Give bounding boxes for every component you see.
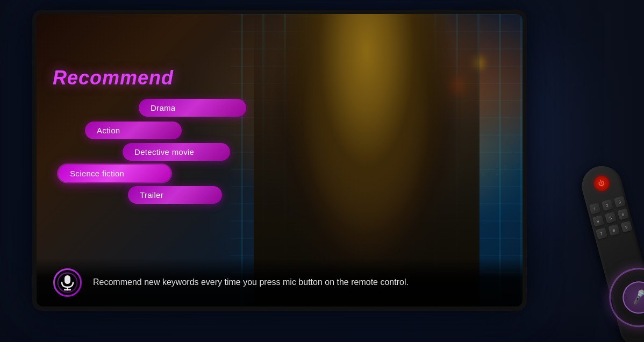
remote-power-button[interactable] bbox=[592, 174, 610, 193]
genre-chip-trailer[interactable]: Trailer bbox=[128, 186, 222, 204]
recommend-title: Recommend bbox=[53, 67, 354, 89]
tv-frame: Recommend Drama Action Detective movie bbox=[32, 10, 527, 311]
ui-overlay: Recommend Drama Action Detective movie bbox=[37, 14, 523, 307]
recommend-section: Recommend Drama Action Detective movie bbox=[53, 67, 354, 196]
bottom-description: Recommend new keywords every time you pr… bbox=[93, 276, 409, 288]
remote-key-2[interactable]: 2 bbox=[601, 200, 613, 211]
bottom-bar: Recommend new keywords every time you pr… bbox=[37, 258, 523, 307]
genre-chip-detective[interactable]: Detective movie bbox=[123, 143, 230, 161]
voice-icon-container bbox=[53, 268, 82, 297]
svg-rect-2 bbox=[65, 275, 70, 284]
room-shadow-bottom bbox=[0, 310, 644, 342]
remote-key-5[interactable]: 5 bbox=[605, 212, 617, 224]
tv-bezel: Recommend Drama Action Detective movie bbox=[37, 14, 523, 307]
tv-screen: Recommend Drama Action Detective movie bbox=[37, 14, 523, 307]
remote-mic-button[interactable]: 🎤 bbox=[619, 277, 644, 317]
genre-chip-scifi[interactable]: Science fiction bbox=[58, 165, 171, 182]
remote-key-9[interactable]: 9 bbox=[620, 221, 632, 233]
remote-keypad: 1 2 3 4 5 6 7 8 9 bbox=[589, 196, 632, 239]
scene-wrapper: Recommend Drama Action Detective movie bbox=[0, 0, 644, 342]
remote-key-3[interactable]: 3 bbox=[614, 196, 626, 208]
remote-key-6[interactable]: 6 bbox=[617, 209, 629, 220]
remote-mic-icon: 🎤 bbox=[630, 289, 644, 306]
genre-chips-container: Drama Action Detective movie Science fic… bbox=[53, 99, 354, 196]
remote-key-8[interactable]: 8 bbox=[608, 224, 620, 236]
genre-chip-drama[interactable]: Drama bbox=[139, 99, 246, 117]
remote-key-7[interactable]: 7 bbox=[596, 227, 607, 239]
remote-key-4[interactable]: 4 bbox=[592, 215, 604, 227]
genre-chip-action[interactable]: Action bbox=[85, 122, 182, 139]
remote-key-1[interactable]: 1 bbox=[589, 203, 600, 215]
voice-circle bbox=[53, 268, 82, 297]
